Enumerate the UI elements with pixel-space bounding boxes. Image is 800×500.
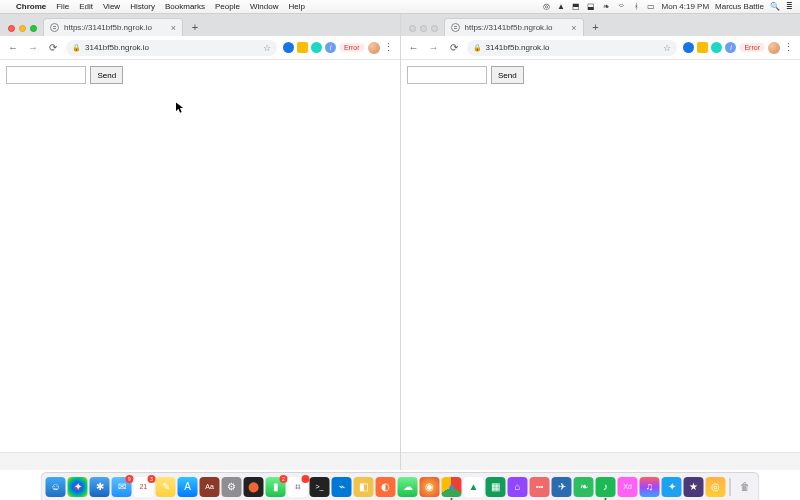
send-button[interactable]: Send [90, 66, 123, 84]
dock-safari[interactable]: ✱ [90, 477, 110, 497]
dock-vscode[interactable]: ⌁ [332, 477, 352, 497]
bookmark-star-icon[interactable]: ☆ [663, 43, 671, 53]
extension-icon[interactable] [311, 42, 322, 53]
minimize-window-icon[interactable] [420, 25, 427, 32]
menu-history[interactable]: History [130, 2, 155, 11]
dock-firefox[interactable]: ◉ [420, 477, 440, 497]
extension-icon[interactable]: i [725, 42, 736, 53]
close-tab-icon[interactable]: × [171, 23, 176, 33]
status-icon[interactable]: ◎ [542, 2, 551, 11]
message-input[interactable] [407, 66, 487, 84]
lock-icon: 🔒 [473, 44, 482, 52]
chrome-window-right: https://3141bf5b.ngrok.io × + ← → ⟳ 🔒 31… [401, 14, 801, 470]
close-window-icon[interactable] [409, 25, 416, 32]
dock-imovie[interactable]: ★ [684, 477, 704, 497]
minimize-window-icon[interactable] [19, 25, 26, 32]
dock-finder[interactable]: ☺ [46, 477, 66, 497]
forward-button[interactable]: → [26, 41, 40, 55]
browser-tab[interactable]: https://3141bf5b.ngrok.io × [444, 18, 584, 36]
extension-icon[interactable] [683, 42, 694, 53]
extension-icon[interactable] [297, 42, 308, 53]
new-tab-button[interactable]: + [588, 19, 604, 35]
reload-button[interactable]: ⟳ [46, 41, 60, 55]
close-window-icon[interactable] [8, 25, 15, 32]
menu-file[interactable]: File [56, 2, 69, 11]
new-tab-button[interactable]: + [187, 19, 203, 35]
menu-bookmarks[interactable]: Bookmarks [165, 2, 205, 11]
dock-spark[interactable]: ✈ [552, 477, 572, 497]
dock-trash[interactable]: 🗑 [735, 477, 755, 497]
dropbox-icon[interactable]: ⬓ [587, 2, 596, 11]
dock-sheets[interactable]: ▦ [486, 477, 506, 497]
close-tab-icon[interactable]: × [571, 23, 576, 33]
extension-icon[interactable] [697, 42, 708, 53]
battery-icon[interactable]: ▭ [647, 2, 656, 11]
dock-sequel[interactable]: ◧ [354, 477, 374, 497]
app-name[interactable]: Chrome [16, 2, 46, 11]
menu-view[interactable]: View [103, 2, 120, 11]
forward-button[interactable]: → [427, 41, 441, 55]
dock-messages[interactable]: ☁ [398, 477, 418, 497]
dock-evernote[interactable]: ❧ [574, 477, 594, 497]
back-button[interactable]: ← [407, 41, 421, 55]
dock-preferences[interactable]: ⚙ [222, 477, 242, 497]
clock[interactable]: Mon 4:19 PM [662, 2, 710, 11]
menu-people[interactable]: People [215, 2, 240, 11]
dock-mail[interactable]: ✉9 [112, 477, 132, 497]
dock-asana[interactable]: ••• [530, 477, 550, 497]
dock-itunes[interactable]: ♫ [640, 477, 660, 497]
control-center-icon[interactable]: ≣ [785, 2, 794, 11]
dock-notes[interactable]: ✎ [156, 477, 176, 497]
bluetooth-icon[interactable]: ᚼ [632, 2, 641, 11]
menu-window[interactable]: Window [250, 2, 278, 11]
profile-avatar[interactable] [768, 42, 780, 54]
dock-twitch[interactable]: ⌂ [508, 477, 528, 497]
profile-avatar[interactable] [368, 42, 380, 54]
dock-launchpad[interactable]: ✦ [68, 477, 88, 497]
reload-button[interactable]: ⟳ [447, 41, 461, 55]
desktop: https://3141bf5b.ngrok.io × + ← → ⟳ 🔒 31… [0, 14, 800, 470]
status-icon[interactable]: ▲ [557, 2, 566, 11]
dock-drive[interactable]: ▲ [464, 477, 484, 497]
user-name[interactable]: Marcus Battle [715, 2, 764, 11]
chrome-menu-icon[interactable]: ⋮ [783, 42, 794, 53]
browser-toolbar: ← → ⟳ 🔒 3141bf5b.ngrok.io ☆ i Error ⋮ [401, 36, 801, 60]
dock-facetime[interactable]: ▮2 [266, 477, 286, 497]
back-button[interactable]: ← [6, 41, 20, 55]
evernote-icon[interactable]: ❧ [602, 2, 611, 11]
extension-icon[interactable] [711, 42, 722, 53]
error-badge[interactable]: Error [739, 43, 765, 52]
extension-icon[interactable]: i [325, 42, 336, 53]
menu-help[interactable]: Help [288, 2, 304, 11]
browser-tab[interactable]: https://3141bf5b.ngrok.io × [43, 18, 183, 36]
dock-terminal[interactable]: >_ [310, 477, 330, 497]
send-button[interactable]: Send [491, 66, 524, 84]
dock-slack[interactable]: ⌗ [288, 477, 308, 497]
dock-calendar[interactable]: 213 [134, 477, 154, 497]
menubar-left: Chrome File Edit View History Bookmarks … [6, 2, 305, 11]
spotlight-icon[interactable]: 🔍 [770, 2, 779, 11]
dock-twitter[interactable]: ✦ [662, 477, 682, 497]
extension-icon[interactable] [283, 42, 294, 53]
bookmark-star-icon[interactable]: ☆ [263, 43, 271, 53]
dock-activity[interactable]: ⬤ [244, 477, 264, 497]
macos-dock: ☺✦✱✉9213✎AAa⚙⬤▮2⌗>_⌁◧◐☁◉●▲▦⌂•••✈❧♪Xd♫✦★◎… [41, 472, 760, 500]
dock-xd[interactable]: Xd [618, 477, 638, 497]
chrome-menu-icon[interactable]: ⋮ [383, 42, 394, 53]
wifi-icon[interactable]: ⌔ [617, 2, 626, 11]
status-icon[interactable]: ⬒ [572, 2, 581, 11]
badge: 3 [148, 475, 156, 483]
error-badge[interactable]: Error [339, 43, 365, 52]
dock-appstore[interactable]: A [178, 477, 198, 497]
dock-spotify[interactable]: ♪ [596, 477, 616, 497]
menu-edit[interactable]: Edit [79, 2, 93, 11]
message-input[interactable] [6, 66, 86, 84]
dock-postman[interactable]: ◐ [376, 477, 396, 497]
dock-dictionary[interactable]: Aa [200, 477, 220, 497]
address-bar[interactable]: 🔒 3141bf5b.ngrok.io ☆ [467, 40, 678, 56]
dock-photobooth[interactable]: ◎ [706, 477, 726, 497]
dock-chrome[interactable]: ● [442, 477, 462, 497]
zoom-window-icon[interactable] [431, 25, 438, 32]
address-bar[interactable]: 🔒 3141bf5b.ngrok.io ☆ [66, 40, 277, 56]
zoom-window-icon[interactable] [30, 25, 37, 32]
